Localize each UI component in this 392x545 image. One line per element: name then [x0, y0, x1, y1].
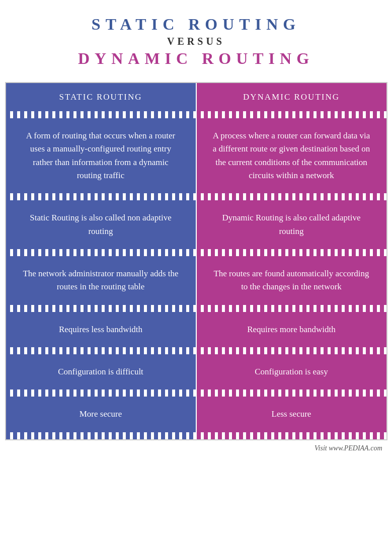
divider-right-3 [197, 305, 386, 312]
footer-note: Visit www.PEDIAA.com [5, 440, 387, 455]
title-dynamic: DYNAMIC ROUTING [10, 49, 382, 68]
divider-left-2 [6, 249, 197, 256]
cell-left-2: The network administrator manually adds … [6, 256, 197, 305]
divider-4 [6, 347, 386, 354]
divider-3 [6, 305, 386, 312]
column-headers: STATIC ROUTING DYNAMIC ROUTING [6, 83, 386, 111]
divider-left-0 [6, 111, 197, 118]
row-2: The network administrator manually adds … [6, 256, 386, 305]
row-0: A form of routing that occurs when a rou… [6, 118, 386, 193]
divider-right-bottom [197, 432, 386, 439]
divider-5 [6, 390, 386, 397]
cell-left-0: A form of routing that occurs when a rou… [6, 118, 197, 193]
divider-left-4 [6, 347, 197, 354]
divider-left-1 [6, 193, 197, 200]
divider-bottom [6, 432, 386, 439]
divider-left-3 [6, 305, 197, 312]
cell-left-1: Static Routing is also called non adapti… [6, 200, 197, 249]
divider-right-1 [197, 193, 386, 200]
divider-left-bottom [6, 432, 197, 439]
row-3: Requires less bandwidth Requires more ba… [6, 312, 386, 347]
col-header-dynamic: DYNAMIC ROUTING [197, 83, 386, 111]
cell-right-4: Configuration is easy [197, 354, 386, 390]
divider-left-5 [6, 390, 197, 397]
title-versus: VERSUS [10, 36, 382, 47]
cell-left-4: Configuration is difficult [6, 354, 197, 390]
comparison-table: STATIC ROUTING DYNAMIC ROUTING A form of… [5, 82, 387, 440]
col-header-static: STATIC ROUTING [6, 83, 197, 111]
divider-right-0 [197, 111, 386, 118]
divider-2 [6, 249, 386, 256]
cell-right-0: A process where a router can forward dat… [197, 118, 386, 193]
divider-1 [6, 193, 386, 200]
row-1: Static Routing is also called non adapti… [6, 200, 386, 249]
cell-right-1: Dynamic Routing is also called adaptive … [197, 200, 386, 249]
cell-left-3: Requires less bandwidth [6, 312, 197, 347]
cell-right-3: Requires more bandwidth [197, 312, 386, 347]
row-4: Configuration is difficult Configuration… [6, 354, 386, 390]
divider-right-4 [197, 347, 386, 354]
header: STATIC ROUTING VERSUS DYNAMIC ROUTING [0, 0, 392, 82]
cell-right-2: The routes are found automatically accor… [197, 256, 386, 305]
row-5: More secure Less secure [6, 397, 386, 432]
divider-0 [6, 111, 386, 118]
divider-right-5 [197, 390, 386, 397]
cell-right-5: Less secure [197, 397, 386, 432]
title-static: STATIC ROUTING [10, 15, 382, 34]
cell-left-5: More secure [6, 397, 197, 432]
divider-right-2 [197, 249, 386, 256]
